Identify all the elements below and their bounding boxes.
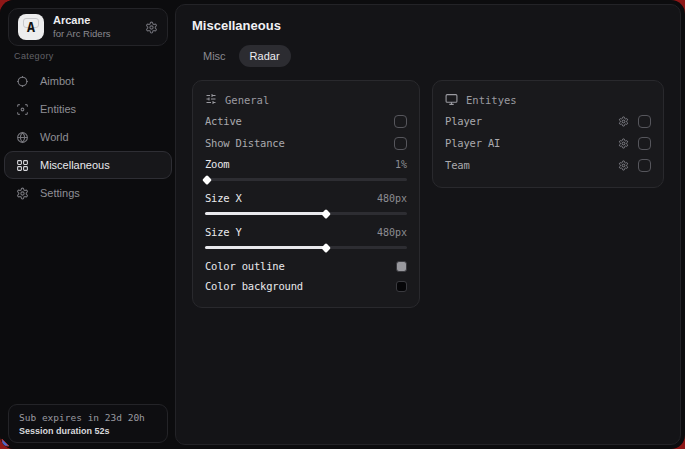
size-x-value: 480px [377,193,407,204]
size-y-value: 480px [377,227,407,238]
row-team: Team [445,154,651,176]
sidebar-item-label: World [40,131,69,143]
row-size-x: Size X 480px [205,188,407,208]
size-x-slider[interactable] [205,212,407,215]
sidebar-nav: Aimbot Entities World Miscellaneous [0,67,176,207]
grid-icon [16,159,29,172]
row-size-y: Size Y 480px [205,222,407,242]
app-subtitle: for Arc Riders [53,28,111,40]
team-label: Team [445,159,470,171]
size-x-label: Size X [205,192,242,204]
size-y-slider-thumb[interactable] [321,243,331,253]
row-zoom: Zoom 1% [205,154,407,174]
sidebar: A Arcane for Arc Riders Category Aimbot [0,0,176,449]
zoom-slider-thumb[interactable] [202,175,212,185]
zoom-slider[interactable] [205,178,407,181]
size-y-slider[interactable] [205,246,407,249]
gear-icon [16,187,29,200]
entities-panel-title: Entityes [466,94,517,106]
active-checkbox[interactable] [394,115,407,128]
sidebar-item-miscellaneous[interactable]: Miscellaneous [4,151,172,179]
player-ai-checkbox[interactable] [638,137,651,150]
player-label: Player [445,115,482,127]
zoom-value: 1% [395,159,407,170]
sub-expires-text: Sub expires in 23d 20h [19,412,157,423]
app-header-card: A Arcane for Arc Riders [8,8,168,46]
app-window: A Arcane for Arc Riders Category Aimbot [0,0,685,449]
globe-icon [16,131,29,144]
player-ai-label: Player AI [445,137,500,149]
general-panel: General Active Show Distance Zoom 1% [192,80,420,308]
color-outline-label: Color outline [205,260,285,272]
general-panel-title: General [225,94,269,106]
page-title: Miscellaneous [192,18,664,33]
sidebar-item-aimbot[interactable]: Aimbot [4,67,172,95]
show-distance-label: Show Distance [205,137,285,149]
main-panel: Miscellaneous Misc Radar General Active [175,4,681,445]
tab-bar: Misc Radar [192,45,664,67]
row-player-ai: Player AI [445,132,651,154]
team-settings-gear-icon[interactable] [618,160,629,171]
row-active: Active [205,110,407,132]
row-show-distance: Show Distance [205,132,407,154]
row-player: Player [445,110,651,132]
mouse-cursor [1,436,12,449]
show-distance-checkbox[interactable] [394,137,407,150]
row-color-background: Color background [205,276,407,296]
app-logo: A [18,14,44,40]
color-background-swatch[interactable] [396,281,407,292]
row-color-outline: Color outline [205,256,407,276]
sidebar-item-entities[interactable]: Entities [4,95,172,123]
category-label: Category [14,51,176,61]
subscription-card: Sub expires in 23d 20h Session duration … [8,404,168,443]
tab-radar[interactable]: Radar [239,45,291,67]
tab-misc[interactable]: Misc [192,45,237,67]
sidebar-item-settings[interactable]: Settings [4,179,172,207]
player-checkbox[interactable] [638,115,651,128]
player-ai-settings-gear-icon[interactable] [618,138,629,149]
scan-eye-icon [16,103,29,116]
sidebar-item-label: Entities [40,103,76,115]
crosshair-icon [16,75,29,88]
sliders-icon [205,93,217,107]
size-y-label: Size Y [205,226,242,238]
monitor-icon [445,93,458,108]
team-checkbox[interactable] [638,159,651,172]
session-duration-text: Session duration 52s [19,426,157,436]
header-gear-icon[interactable] [145,21,158,34]
app-name: Arcane [53,14,111,28]
player-settings-gear-icon[interactable] [618,116,629,127]
color-outline-swatch[interactable] [396,261,407,272]
sidebar-item-label: Aimbot [40,75,74,87]
entities-panel: Entityes Player Player AI [432,80,664,188]
color-background-label: Color background [205,280,303,292]
size-x-slider-thumb[interactable] [321,209,331,219]
sidebar-item-world[interactable]: World [4,123,172,151]
sidebar-item-label: Miscellaneous [40,159,110,171]
active-label: Active [205,115,242,127]
sidebar-item-label: Settings [40,187,80,199]
zoom-label: Zoom [205,158,230,170]
